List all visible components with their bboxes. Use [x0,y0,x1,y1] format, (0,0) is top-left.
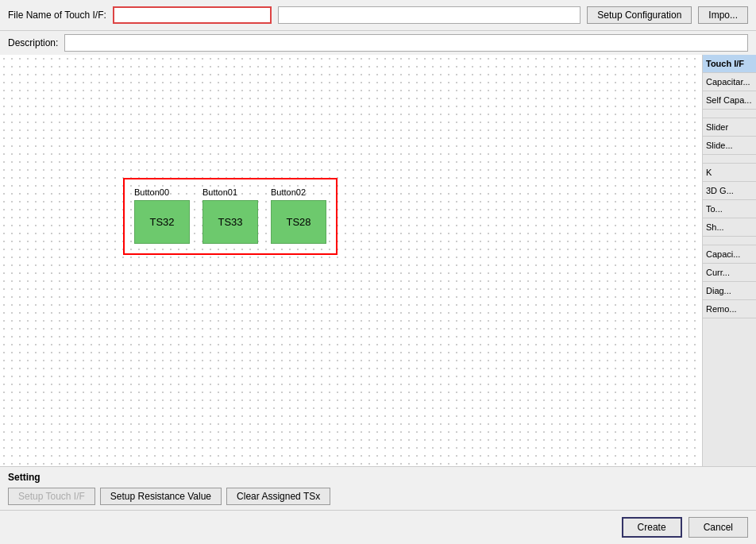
right-panel-item-2[interactable]: Self Capa... [703,91,756,110]
right-panel-item-9[interactable]: To... [703,200,756,218]
description-input[interactable] [64,34,748,52]
file-name-extra-input[interactable] [278,6,580,24]
setup-resistance-button[interactable]: Setup Resistance Value [100,488,222,505]
file-name-input[interactable]: ra2l1_cpk [113,6,272,24]
bottom-bar: Create Cancel [0,510,756,544]
description-label: Description: [8,37,58,48]
right-panel-item-15[interactable]: Remo... [703,300,756,318]
touch-button-label: Button02 [271,187,306,197]
setup-config-button[interactable]: Setup Configuration [587,6,692,24]
setting-label: Setting [8,472,748,483]
right-panel-item-10[interactable]: Sh... [703,218,756,237]
touch-button-item[interactable]: Button00TS32 [134,187,190,244]
right-panel-item-3 [703,110,756,118]
canvas-area: Button00TS32Button01TS33Button02TS28 [0,55,702,466]
touch-button-item[interactable]: Button02TS28 [271,187,326,244]
right-panel-item-14[interactable]: Diag... [703,282,756,300]
create-button[interactable]: Create [622,517,682,538]
right-panel-item-11 [703,237,756,245]
touch-button-label: Button01 [202,187,237,197]
clear-assigned-button[interactable]: Clear Assigned TSx [226,488,330,505]
import-button[interactable]: Impo... [698,6,748,24]
desc-bar: Description: [0,31,756,55]
right-panel-item-5[interactable]: Slide... [703,137,756,155]
right-panel-item-7[interactable]: K [703,164,756,182]
right-panel: Touch I/FCapacitar...Self Capa...SliderS… [702,55,756,466]
touch-button-box[interactable]: TS28 [271,200,326,244]
file-name-label: File Name of Touch I/F: [8,10,106,21]
setting-buttons: Setup Touch I/F Setup Resistance Value C… [8,488,748,505]
touch-button-box[interactable]: TS32 [134,200,190,244]
right-panel-item-13[interactable]: Curr... [703,264,756,282]
main-container: File Name of Touch I/F: ra2l1_cpk Setup … [0,0,756,544]
setup-touch-button[interactable]: Setup Touch I/F [8,488,95,505]
touch-button-item[interactable]: Button01TS33 [202,187,258,244]
button-group: Button00TS32Button01TS33Button02TS28 [123,178,338,255]
right-panel-item-6 [703,155,756,164]
right-panel-item-8[interactable]: 3D G... [703,182,756,200]
touch-button-box[interactable]: TS33 [202,200,258,244]
content-area: Button00TS32Button01TS33Button02TS28 Tou… [0,55,756,466]
setting-bar: Setting Setup Touch I/F Setup Resistance… [0,466,756,510]
right-panel-item-0[interactable]: Touch I/F [703,55,756,73]
right-panel-item-1[interactable]: Capacitar... [703,73,756,91]
right-panel-item-12[interactable]: Capaci... [703,245,756,264]
top-bar: File Name of Touch I/F: ra2l1_cpk Setup … [0,0,756,31]
right-panel-item-4[interactable]: Slider [703,118,756,137]
touch-button-label: Button00 [134,187,169,197]
cancel-button[interactable]: Cancel [688,517,748,538]
